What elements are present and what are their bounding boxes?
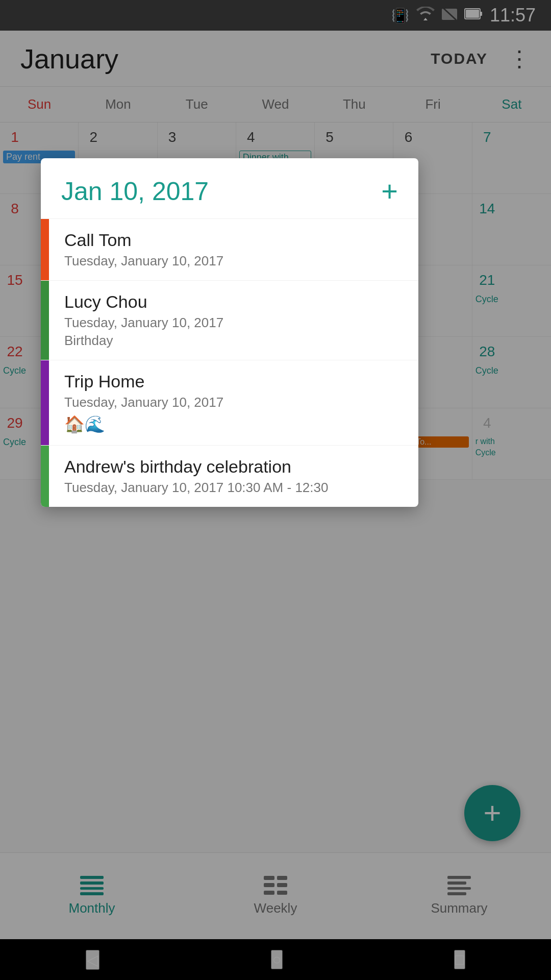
event-date: Tuesday, January 10, 2017: [64, 315, 403, 331]
event-color-bar: [41, 281, 49, 360]
event-item-call-tom[interactable]: Call Tom Tuesday, January 10, 2017: [41, 218, 418, 280]
event-color-bar: [41, 219, 49, 280]
modal-date: Jan 10, 2017: [61, 177, 209, 206]
modal-add-event-button[interactable]: +: [381, 177, 398, 206]
event-day-modal: Jan 10, 2017 + Call Tom Tuesday, January…: [41, 158, 418, 507]
event-item-content: Call Tom Tuesday, January 10, 2017: [49, 219, 418, 280]
event-date: Tuesday, January 10, 2017: [64, 395, 403, 410]
event-emoji: 🏠🌊: [64, 414, 403, 434]
modal-header: Jan 10, 2017 +: [41, 158, 418, 218]
event-item-trip-home[interactable]: Trip Home Tuesday, January 10, 2017 🏠🌊: [41, 360, 418, 445]
event-title: Call Tom: [64, 230, 403, 250]
event-color-bar: [41, 360, 49, 445]
event-color-bar: [41, 446, 49, 507]
event-subtitle: Birthday: [64, 333, 403, 349]
event-item-content: Andrew's birthday celebration Tuesday, J…: [49, 446, 418, 507]
event-item-content: Trip Home Tuesday, January 10, 2017 🏠🌊: [49, 360, 418, 445]
event-title: Lucy Chou: [64, 292, 403, 312]
event-date: Tuesday, January 10, 2017 10:30 AM - 12:…: [64, 480, 403, 496]
event-date: Tuesday, January 10, 2017: [64, 253, 403, 269]
event-item-andrews-birthday[interactable]: Andrew's birthday celebration Tuesday, J…: [41, 445, 418, 507]
event-item-content: Lucy Chou Tuesday, January 10, 2017 Birt…: [49, 281, 418, 360]
event-title: Trip Home: [64, 372, 403, 391]
event-item-lucy-chou[interactable]: Lucy Chou Tuesday, January 10, 2017 Birt…: [41, 280, 418, 360]
event-title: Andrew's birthday celebration: [64, 457, 403, 477]
